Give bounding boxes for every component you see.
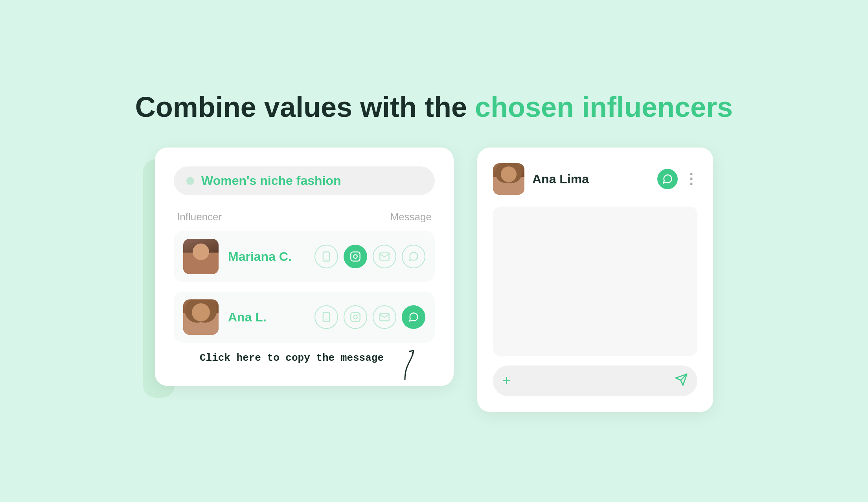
left-panel-wrap: Women's niche fashion Influencer Message… [155,148,454,386]
search-dot-icon [186,177,194,185]
panels-row: Women's niche fashion Influencer Message… [155,148,713,412]
phone-icon-mariana[interactable] [314,245,338,268]
message-icons-mariana [314,245,425,268]
svg-rect-4 [323,313,329,322]
chat-header: Ana Lima ⋮ [493,163,697,195]
influencer-name-mariana: Mariana C. [228,249,305,264]
left-panel: Women's niche fashion Influencer Message… [155,148,454,386]
influencer-name-ana: Ana L. [228,310,305,325]
col-message: Message [390,211,432,223]
headline-accent: chosen influencers [475,91,733,123]
table-header: Influencer Message [174,211,435,231]
right-panel: Ana Lima ⋮ + [477,148,713,412]
search-bar[interactable]: Women's niche fashion [174,166,435,195]
influencer-row-mariana: Mariana C. [174,231,435,282]
more-options-icon[interactable]: ⋮ [684,171,697,187]
avatar-ana [183,299,219,335]
chat-avatar-ana-lima [493,163,524,195]
instagram-icon-mariana[interactable] [344,245,367,268]
chat-header-icons: ⋮ [657,169,697,189]
annotation-area: Click here to copy the message [174,352,435,364]
instagram-icon-ana[interactable] [344,305,367,329]
chat-body [493,207,697,356]
whatsapp-icon-ana[interactable] [402,305,425,329]
headline: Combine values with the chosen influence… [135,90,733,124]
email-icon-mariana[interactable] [373,245,396,268]
annotation-arrow-icon [389,348,421,384]
svg-rect-6 [351,313,360,322]
page-wrapper: Combine values with the chosen influence… [0,90,868,412]
message-icons-ana [314,305,425,329]
headline-prefix: Combine values with the [135,91,475,123]
influencer-row-ana: Ana L. [174,292,435,343]
chat-contact-name: Ana Lima [532,172,649,186]
chat-plus-icon[interactable]: + [502,373,511,389]
svg-rect-0 [323,252,329,261]
phone-icon-ana[interactable] [314,305,338,329]
whatsapp-icon-mariana[interactable] [402,245,425,268]
annotation-text: Click here to copy the message [200,352,384,364]
chat-whatsapp-icon[interactable] [657,169,678,189]
search-text: Women's niche fashion [201,173,341,188]
chat-input-bar[interactable]: + [493,365,697,396]
email-icon-ana[interactable] [373,305,396,329]
avatar-mariana [183,239,219,274]
chat-send-icon[interactable] [675,373,688,389]
col-influencer: Influencer [177,211,222,223]
svg-rect-2 [351,252,360,261]
